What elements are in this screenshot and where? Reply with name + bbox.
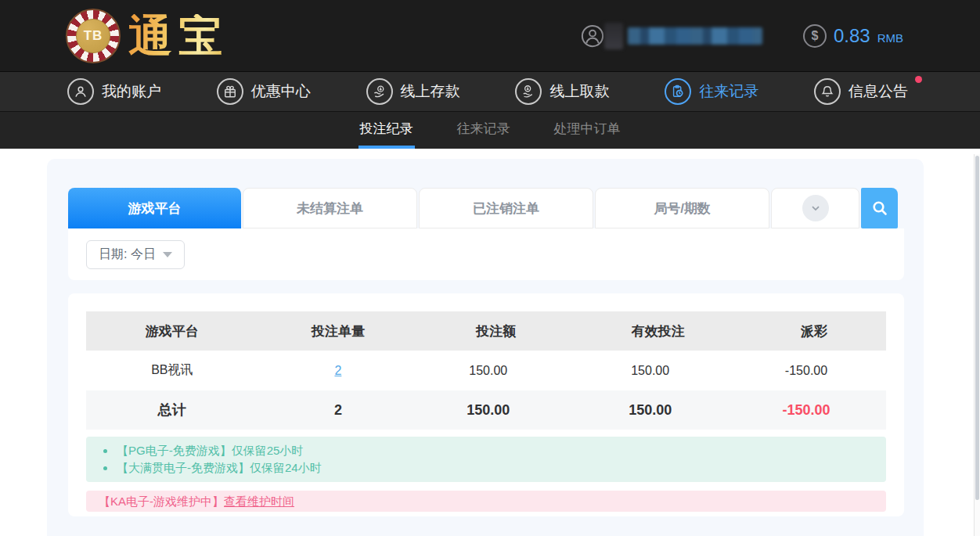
logo-monogram: TB (76, 19, 110, 53)
notice-line: 【PG电子-免费游戏】仅保留25小时 (99, 442, 874, 459)
bullet-icon (103, 466, 107, 470)
maintenance-notice-box: 【KA电子-游戏维护中】 查看维护时间 (86, 491, 886, 512)
deposit-hand-coin-icon (366, 78, 393, 105)
subnav-transaction-records[interactable]: 往来记录 (456, 112, 512, 149)
search-icon (870, 199, 889, 218)
tab-expand-dropdown[interactable] (771, 188, 859, 228)
tab-round-number[interactable]: 局号/期数 (595, 188, 769, 228)
account-icon (67, 78, 94, 105)
nav-deposit[interactable]: 线上存款 (366, 78, 460, 105)
subnav-bet-records[interactable]: 投注纪录 (358, 112, 415, 149)
table-header-row: 游戏平台 投注单量 投注额 有效投注 派彩 (86, 311, 886, 351)
bullet-icon (103, 449, 107, 453)
content-card: 游戏平台 未结算注单 已注销注单 局号/期数 (47, 159, 924, 536)
total-bet-count: 2 (258, 390, 418, 430)
date-filter-dropdown[interactable]: 日期: 今日 (86, 240, 185, 269)
dollar-coin-icon: $ (803, 24, 827, 48)
cell-platform: BB视讯 (86, 351, 258, 390)
cell-bet-count: 2 (258, 351, 418, 390)
table-total-row: 总计 2 150.00 150.00 -150.00 (86, 390, 886, 430)
page-body: 游戏平台 未结算注单 已注销注单 局号/期数 (0, 149, 980, 536)
search-button[interactable] (861, 188, 898, 228)
nav-label: 往来记录 (699, 81, 758, 102)
username-redacted (628, 27, 762, 45)
total-bet-amount: 150.00 (418, 390, 574, 430)
info-notice-box: 【PG电子-免费游戏】仅保留25小时 【大满贯电子-免费游戏】仅保留24小时 (86, 437, 886, 482)
subnav-processing-orders[interactable]: 处理中订单 (553, 112, 622, 149)
nav-promotions[interactable]: 优惠中心 (217, 78, 311, 105)
cell-bet-amount: 150.00 (418, 351, 574, 390)
wallet-balance[interactable]: $ 0.83 RMB (803, 24, 903, 48)
nav-withdraw[interactable]: 线上取款 (515, 78, 609, 105)
col-header-platform: 游戏平台 (86, 311, 258, 351)
col-header-payout: 派彩 (742, 311, 886, 351)
page-scrollbar[interactable] (974, 154, 980, 536)
bet-summary-table: 游戏平台 投注单量 投注额 有效投注 派彩 BB视讯 2 150.00 150.… (86, 311, 886, 430)
redacted-blur (604, 23, 623, 49)
tab-cancelled-bets[interactable]: 已注销注单 (419, 188, 593, 228)
nav-announcements[interactable]: 信息公告 (814, 78, 908, 105)
poker-chip-logo-icon: TB (66, 9, 121, 63)
nav-label: 线上取款 (549, 81, 609, 102)
date-filter-label: 日期: 今日 (99, 246, 156, 263)
main-navigation: 我的账户 优惠中心 线上存款 线上取款 (0, 72, 980, 112)
nav-my-account[interactable]: 我的账户 (67, 78, 161, 105)
sub-navigation: 投注纪录 往来记录 处理中订单 (0, 112, 980, 149)
gift-icon (217, 78, 243, 105)
nav-transaction-records[interactable]: 往来记录 (665, 78, 758, 105)
cell-payout: -150.00 (742, 351, 886, 390)
results-card: 游戏平台 投注单量 投注额 有效投注 派彩 BB视讯 2 150.00 150.… (68, 293, 904, 516)
nav-label: 线上存款 (401, 81, 460, 102)
notice-line: 【大满贯电子-免费游戏】仅保留24小时 (99, 459, 874, 477)
withdraw-hand-coin-icon (515, 78, 542, 105)
col-header-valid-bet: 有效投注 (574, 311, 742, 351)
query-tabs: 游戏平台 未结算注单 已注销注单 局号/期数 (68, 188, 898, 228)
brand-name: 通宝 (128, 14, 229, 58)
top-header: TB 通宝 $ 0.83 RMB (0, 0, 980, 72)
nav-label: 信息公告 (848, 81, 908, 102)
tab-game-platform[interactable]: 游戏平台 (68, 188, 241, 228)
chevron-down-icon (802, 195, 829, 221)
tab-unsettled-bets[interactable]: 未结算注单 (243, 188, 417, 228)
balance-currency: RMB (877, 31, 903, 45)
filter-panel: 日期: 今日 (68, 228, 904, 280)
total-label: 总计 (86, 390, 258, 430)
records-clipboard-icon (665, 78, 691, 105)
maintenance-schedule-link[interactable]: 查看维护时间 (224, 494, 294, 509)
table-row: BB视讯 2 150.00 150.00 -150.00 (86, 351, 886, 390)
total-payout: -150.00 (742, 390, 886, 430)
nav-label: 我的账户 (102, 81, 161, 102)
balance-amount: 0.83 (834, 25, 870, 47)
scrollbar-thumb[interactable] (975, 156, 979, 500)
col-header-bet-amount: 投注额 (418, 311, 574, 351)
notice-text: 【PG电子-免费游戏】仅保留25小时 (117, 442, 303, 459)
notification-dot (915, 76, 922, 83)
bell-icon (814, 78, 841, 105)
brand-logo[interactable]: TB 通宝 (66, 9, 229, 63)
user-icon (581, 24, 604, 48)
total-valid-bet: 150.00 (574, 390, 742, 430)
col-header-bet-count: 投注单量 (258, 311, 418, 351)
nav-label: 优惠中心 (251, 81, 311, 102)
user-account[interactable] (581, 23, 762, 49)
caret-down-icon (163, 252, 172, 257)
maintenance-text: 【KA电子-游戏维护中】 (99, 494, 224, 509)
notice-text: 【大满贯电子-免费游戏】仅保留24小时 (117, 459, 322, 477)
cell-valid-bet: 150.00 (574, 351, 742, 390)
bet-count-link[interactable]: 2 (334, 364, 341, 377)
